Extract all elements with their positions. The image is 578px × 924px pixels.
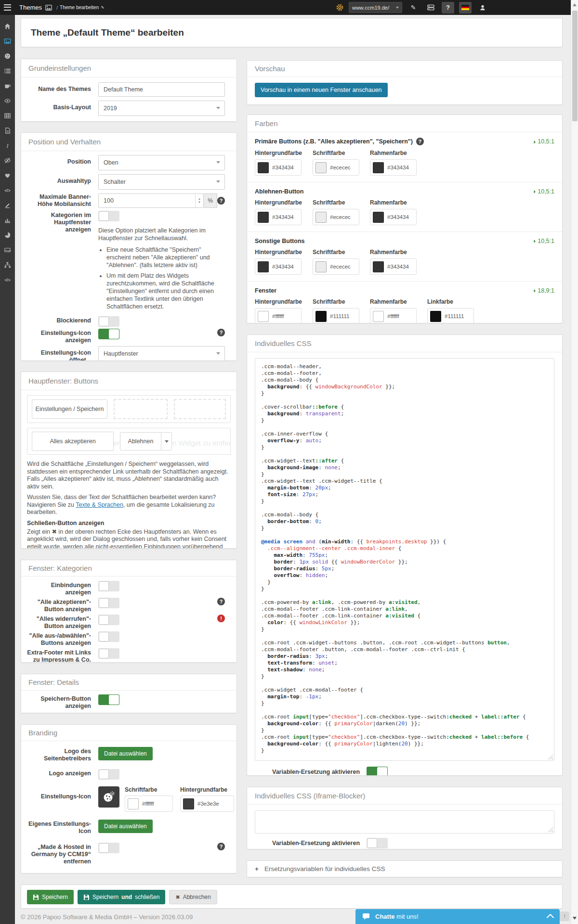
user-icon[interactable] [476,2,489,13]
caret-down-icon[interactable] [161,432,172,450]
kategorien-row-toggle[interactable] [98,581,119,591]
color-field[interactable]: #ffffff [370,308,417,323]
kategorien-hauptfenster-toggle[interactable] [98,211,119,221]
help-button[interactable]: ? [442,2,454,13]
server-list-icon[interactable] [424,2,437,13]
preview-einstellungen-speichern-button[interactable]: Einstellungen / Speichern [32,399,107,419]
sidebar-item-drive[interactable] [0,243,15,257]
sidebar-item-coffee[interactable] [0,78,15,93]
einstellungs-icon-oeffnet-select[interactable]: Hauptfenster [98,346,225,361]
sidebar-item-chart-bar[interactable] [0,213,15,228]
sidebar-item-list[interactable] [0,64,15,78]
color-field[interactable]: #ececec [313,209,359,225]
number-spinner[interactable]: ▲▼ [195,194,203,207]
chevron-up-icon[interactable] [547,914,554,922]
color-field[interactable]: #111111 [427,308,474,323]
logo-datei-auswaehlen-button[interactable]: Datei auswählen [98,747,153,760]
color-field[interactable]: #343434 [255,209,302,225]
sidebar-item-file[interactable] [0,123,15,138]
empty-button-slot[interactable] [174,399,226,419]
kategorien-row-toggle[interactable] [98,598,119,608]
color-field[interactable]: #ffffff [255,308,302,323]
hintergrundfarbe-color-field[interactable]: #3e3e3e [180,796,234,812]
sidebar-item-eye-slash[interactable] [0,153,15,168]
auswahltyp-select[interactable]: Schalter [98,174,225,190]
sidebar-item-image-active[interactable] [0,34,15,49]
scrollbar-down-arrow[interactable] [573,917,577,920]
color-field[interactable]: #343434 [255,258,302,275]
sidebar-item-eye[interactable] [0,93,15,108]
help-icon[interactable]: ? [217,197,225,205]
breadcrumb-theme-bearbeiten[interactable]: Theme bearbeiten [60,5,99,10]
sidebar-item-home[interactable] [0,19,15,34]
hamburger-menu-icon[interactable] [0,0,15,15]
kategorien-row-toggle[interactable] [98,648,119,659]
sidebar-item-table[interactable] [0,108,15,123]
position-select[interactable]: Oben [98,155,225,170]
scroll-to-top-button[interactable]: ↑ [560,911,569,921]
scrollbar-thumb[interactable] [572,11,578,121]
save-button[interactable]: Speichern [27,890,74,904]
einstellungs-icon-label: Einstellungs-Icon [27,786,98,812]
cancel-button[interactable]: ✖ Abbrechen [169,890,217,904]
color-field[interactable]: #343434 [370,209,417,225]
variablen-ersetzung-iframe-toggle[interactable] [367,838,388,848]
sidebar-item-sitemap[interactable] [0,257,15,272]
color-field[interactable]: #343434 [370,159,417,176]
language-flag-button[interactable] [459,2,472,13]
sidebar-item-edit[interactable] [0,198,15,213]
blockierend-toggle[interactable] [98,316,119,327]
help-icon[interactable]: ? [217,329,225,336]
vorschau-button[interactable]: Vorschau in einem neuen Fenster anschaue… [255,83,388,97]
sidebar-item-italic[interactable]: I [0,138,15,153]
panel-fenster-kategorien: Fenster: Kategorien Einbindungen anzeige… [21,560,237,663]
color-field[interactable]: #111111 [313,308,359,323]
preview-ablehnen-split-button[interactable]: Ablehnen [120,432,172,450]
iframe-css-textarea[interactable] [255,810,554,834]
breadcrumb-themes[interactable]: Themes [19,4,42,11]
variablen-ersetzung-toggle[interactable] [367,767,388,776]
empty-button-slot[interactable] [114,399,168,419]
sidebar-item-heart[interactable] [0,168,15,183]
sidebar-item-chart-pie[interactable] [0,228,15,243]
help-icon[interactable]: ? [217,598,225,605]
help-icon[interactable]: ? [217,843,225,850]
kategorien-row-toggle[interactable] [98,615,119,625]
preview-alles-akzeptieren-button[interactable]: Alles akzeptieren [32,432,114,451]
color-field[interactable]: #ececec [313,258,359,275]
schriftfarbe-color-field[interactable]: #ffffff [125,796,173,812]
panel-title: Vorschau [247,61,562,77]
save-and-close-button[interactable]: Speichern und schließen [78,890,165,904]
help-icon[interactable]: ? [416,138,424,145]
scrollbar-up-arrow[interactable] [573,3,577,6]
logo-anzeigen-toggle[interactable] [98,769,119,780]
theme-name-input[interactable] [98,82,225,97]
texte-sprachen-link[interactable]: Texte & Sprachen [76,501,123,508]
kategorien-row-toggle[interactable] [98,631,119,642]
farben-group-title: Sonstige Buttons [255,238,304,244]
color-field[interactable]: #ececec [313,159,359,176]
resize-handle[interactable] [548,754,553,759]
edit-pencil-icon[interactable]: ✎ [407,2,420,13]
made-hosted-entfernen-toggle[interactable] [98,843,119,853]
css-code-editor[interactable]: .ccm-modal--header,.ccm-modal--footer,.c… [255,358,554,761]
speichern-button-anzeigen-toggle[interactable] [98,694,119,705]
chat-widget-bar[interactable]: Chatte mit uns! [355,909,560,924]
gear-icon[interactable] [336,3,344,12]
banner-hoehe-input[interactable] [98,193,204,208]
color-field[interactable]: #343434 [255,159,302,176]
sidebar-item-cookie[interactable] [0,49,15,64]
color-field[interactable]: #343434 [370,258,417,275]
sidebar-nav: I</></> [0,15,15,924]
resize-handle[interactable] [548,827,553,832]
sidebar-item-code[interactable]: </> [0,183,15,198]
kategorien-row-label: "Alles widerrufen"-Button anzeigen [27,615,98,630]
page-scrollbar[interactable] [571,0,578,924]
domain-select[interactable]: www.ccm19.de/ [349,2,402,13]
sidebar-item-code[interactable]: </> [0,272,15,287]
basis-layout-select[interactable]: 2019 [98,101,225,116]
einstellungs-icon-anzeigen-toggle[interactable] [98,329,119,339]
eigenes-icon-datei-auswaehlen-button[interactable]: Datei auswählen [98,820,153,833]
ersetzung-collapse-toggle[interactable]: + Ersetzungsvariablen für individuelles … [247,861,562,877]
kategorien-row-label: Einbindungen anzeigen [27,581,98,596]
